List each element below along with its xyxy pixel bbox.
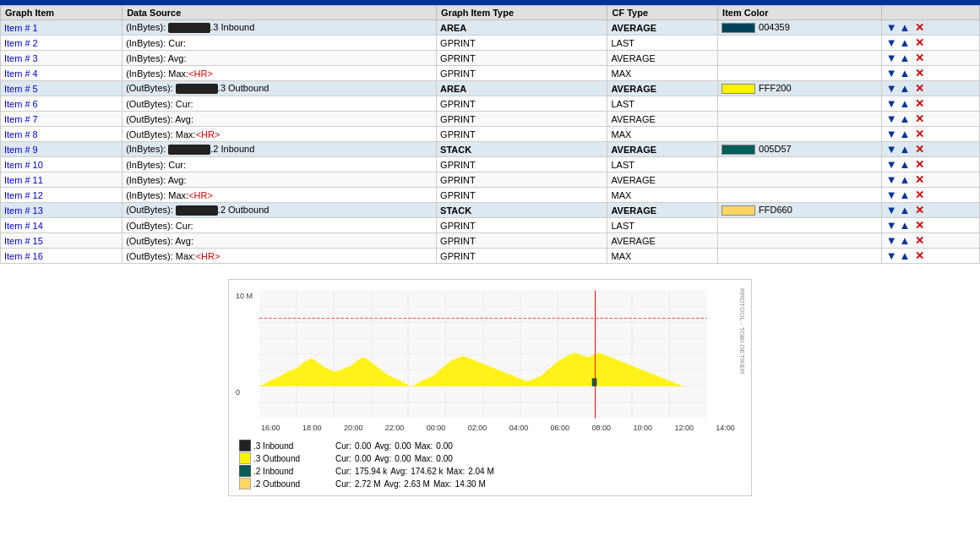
item-link-16[interactable]: Item # 16 (4, 251, 43, 261)
legend-max-label-3: Max: (447, 467, 466, 476)
legend-row-1: .3 Inbound Cur: 0.00 Avg: 0.00 Max: 0.00 (239, 440, 741, 451)
legend-avg-label-4: Avg: (384, 479, 400, 489)
move-down-button-16[interactable]: ▼ (886, 249, 897, 262)
legend-avg-val-3: 174.62 k (411, 467, 443, 476)
move-down-button-11[interactable]: ▼ (886, 173, 897, 186)
move-up-button-8[interactable]: ▲ (900, 128, 911, 140)
datasource-cell-15: (OutBytes): Avg: (122, 233, 437, 249)
item-link-5[interactable]: Item # 5 (4, 84, 38, 94)
item-link-10[interactable]: Item # 10 (4, 160, 43, 170)
item-link-14[interactable]: Item # 14 (4, 221, 43, 231)
delete-button-9[interactable]: ✕ (915, 143, 924, 156)
cf-cell-10: LAST (607, 157, 718, 172)
move-up-button-15[interactable]: ▲ (900, 234, 911, 247)
type-cell-14: GPRINT (437, 218, 607, 233)
delete-button-6[interactable]: ✕ (915, 97, 924, 110)
delete-button-3[interactable]: ✕ (915, 52, 924, 64)
delete-button-15[interactable]: ✕ (915, 234, 924, 247)
type-cell-11: GPRINT (437, 172, 607, 188)
move-up-button-5[interactable]: ▲ (900, 82, 911, 95)
move-up-button-1[interactable]: ▲ (900, 21, 911, 34)
datasource-cell-11: (InBytes): Avg: (122, 172, 437, 188)
type-cell-1: AREA (437, 20, 607, 36)
delete-button-14[interactable]: ✕ (915, 219, 924, 232)
item-link-12[interactable]: Item # 12 (4, 190, 43, 200)
delete-button-4[interactable]: ✕ (915, 67, 924, 79)
move-up-button-3[interactable]: ▲ (900, 52, 911, 64)
type-cell-6: GPRINT (437, 96, 607, 112)
move-down-button-3[interactable]: ▼ (886, 52, 897, 64)
move-up-button-10[interactable]: ▲ (900, 158, 911, 171)
actions-cell-2: ▼▲✕ (881, 36, 979, 51)
move-up-button-4[interactable]: ▲ (900, 67, 911, 79)
delete-button-2[interactable]: ✕ (915, 36, 924, 49)
delete-button-12[interactable]: ✕ (915, 189, 924, 201)
cf-cell-1: AVERAGE (607, 20, 718, 36)
graph-items-table: Graph Item Data Source Graph Item Type C… (0, 5, 980, 264)
datasource-cell-16: (OutBytes): Max:<HR> (122, 249, 437, 264)
move-up-button-16[interactable]: ▲ (900, 249, 911, 262)
move-up-button-9[interactable]: ▲ (900, 143, 911, 156)
type-cell-13: STACK (437, 203, 607, 218)
hr-tag-12: <HR> (188, 190, 213, 200)
item-cell-16: Item # 16 (1, 249, 122, 264)
move-down-button-8[interactable]: ▼ (886, 128, 897, 140)
move-down-button-5[interactable]: ▼ (886, 82, 897, 95)
type-cell-3: GPRINT (437, 51, 607, 66)
item-link-11[interactable]: Item # 11 (4, 175, 43, 185)
delete-button-1[interactable]: ✕ (915, 21, 924, 34)
item-link-6[interactable]: Item # 6 (4, 99, 38, 109)
move-down-button-4[interactable]: ▼ (886, 67, 897, 79)
legend-avg-label-1: Avg: (374, 441, 391, 451)
actions-cell-3: ▼▲✕ (881, 51, 979, 66)
color-cell-1: 004359 (718, 20, 882, 36)
delete-button-11[interactable]: ✕ (915, 173, 924, 186)
item-link-9[interactable]: Item # 9 (4, 145, 38, 155)
actions-cell-7: ▼▲✕ (881, 112, 979, 127)
color-cell-2 (718, 36, 882, 51)
move-up-button-12[interactable]: ▲ (900, 189, 911, 201)
delete-button-5[interactable]: ✕ (915, 82, 924, 95)
legend-cur-label-3: Cur: (335, 467, 351, 476)
item-link-2[interactable]: Item # 2 (4, 38, 38, 48)
item-link-8[interactable]: Item # 8 (4, 129, 38, 139)
move-down-button-13[interactable]: ▼ (886, 204, 897, 216)
move-up-button-7[interactable]: ▲ (900, 112, 911, 125)
move-down-button-10[interactable]: ▼ (886, 158, 897, 171)
type-cell-12: GPRINT (437, 188, 607, 203)
delete-button-8[interactable]: ✕ (915, 128, 924, 140)
move-up-button-6[interactable]: ▲ (900, 97, 911, 110)
delete-button-16[interactable]: ✕ (915, 249, 924, 262)
move-down-button-1[interactable]: ▼ (886, 21, 897, 34)
type-cell-5: AREA (437, 81, 607, 96)
delete-button-13[interactable]: ✕ (915, 204, 924, 216)
datasource-cell-12: (InBytes): Max:<HR> (122, 188, 437, 203)
chart-area: 10 M 0 (232, 287, 748, 432)
item-link-7[interactable]: Item # 7 (4, 114, 38, 124)
item-link-1[interactable]: Item # 1 (4, 23, 38, 33)
delete-button-7[interactable]: ✕ (915, 112, 924, 125)
datasource-cell-7: (OutBytes): Avg: (122, 112, 437, 127)
move-down-button-2[interactable]: ▼ (886, 36, 897, 49)
datasource-cell-5: (OutBytes): .3 Outbound (122, 81, 437, 96)
move-down-button-7[interactable]: ▼ (886, 112, 897, 125)
move-up-button-14[interactable]: ▲ (900, 219, 911, 232)
item-cell-7: Item # 7 (1, 112, 122, 127)
move-down-button-12[interactable]: ▼ (886, 189, 897, 201)
move-down-button-9[interactable]: ▼ (886, 143, 897, 156)
move-up-button-2[interactable]: ▲ (900, 36, 911, 49)
delete-button-10[interactable]: ✕ (915, 158, 924, 171)
type-cell-16: GPRINT (437, 249, 607, 264)
item-link-13[interactable]: Item # 13 (4, 205, 43, 216)
cf-cell-15: AVERAGE (607, 233, 718, 249)
move-down-button-6[interactable]: ▼ (886, 97, 897, 110)
datasource-cell-10: (InBytes): Cur: (122, 157, 437, 172)
move-down-button-15[interactable]: ▼ (886, 234, 897, 247)
move-up-button-13[interactable]: ▲ (900, 204, 911, 216)
item-link-15[interactable]: Item # 15 (4, 236, 43, 246)
item-link-3[interactable]: Item # 3 (4, 53, 38, 63)
move-up-button-11[interactable]: ▲ (900, 173, 911, 186)
item-cell-8: Item # 8 (1, 127, 122, 142)
move-down-button-14[interactable]: ▼ (886, 219, 897, 232)
item-link-4[interactable]: Item # 4 (4, 68, 38, 79)
